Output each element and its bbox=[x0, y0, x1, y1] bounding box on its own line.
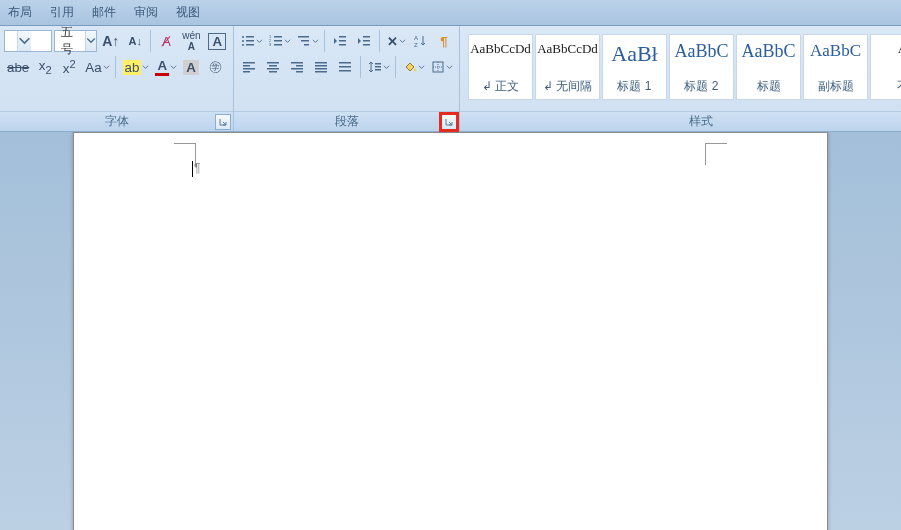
style-preview: AaBbC bbox=[810, 41, 861, 61]
borders-icon bbox=[431, 60, 445, 74]
numbering-icon: 123 bbox=[269, 34, 283, 48]
style-item-1[interactable]: AaBbCcDd↲ 无间隔 bbox=[535, 34, 600, 100]
group-label-styles: 样式 bbox=[689, 113, 713, 130]
justify-button[interactable] bbox=[310, 56, 332, 78]
style-name: 标题 1 bbox=[617, 78, 651, 95]
multilevel-list-button[interactable] bbox=[294, 30, 320, 52]
svg-rect-7 bbox=[274, 36, 282, 38]
svg-rect-27 bbox=[267, 62, 279, 64]
svg-rect-33 bbox=[291, 68, 303, 70]
style-item-4[interactable]: AaBbC标题 bbox=[736, 34, 801, 100]
svg-rect-34 bbox=[296, 71, 303, 73]
font-size-dropdown[interactable] bbox=[85, 31, 96, 51]
group-styles: AaBbCcDd↲ 正文AaBbCcDd↲ 无间隔AaBł标题 1AaBbC标题… bbox=[460, 26, 901, 131]
svg-rect-37 bbox=[315, 68, 327, 70]
svg-rect-16 bbox=[339, 40, 346, 42]
tab-references[interactable]: 引用 bbox=[50, 4, 74, 21]
character-shading-button[interactable]: A bbox=[180, 56, 202, 78]
line-spacing-button[interactable] bbox=[365, 56, 391, 78]
align-center-button[interactable] bbox=[262, 56, 284, 78]
svg-rect-13 bbox=[301, 40, 309, 42]
font-dialog-launcher[interactable] bbox=[215, 114, 231, 130]
increase-indent-button[interactable] bbox=[353, 30, 375, 52]
asian-layout-button[interactable]: ✕ bbox=[384, 30, 407, 52]
show-hide-marks-button[interactable]: ¶ bbox=[433, 30, 455, 52]
tab-mailings[interactable]: 邮件 bbox=[92, 4, 116, 21]
svg-rect-23 bbox=[243, 62, 255, 64]
svg-rect-44 bbox=[375, 69, 381, 71]
svg-rect-40 bbox=[339, 66, 351, 68]
tab-review[interactable]: 审阅 bbox=[134, 4, 158, 21]
borders-button[interactable] bbox=[428, 56, 454, 78]
text-cursor bbox=[192, 161, 193, 177]
pilcrow-icon: ¶ bbox=[440, 34, 447, 49]
align-right-button[interactable] bbox=[286, 56, 308, 78]
svg-rect-20 bbox=[363, 44, 370, 46]
highlight-button[interactable]: ab bbox=[120, 56, 151, 78]
svg-rect-41 bbox=[339, 70, 351, 72]
character-border-button[interactable]: A bbox=[206, 30, 230, 52]
svg-point-0 bbox=[242, 36, 244, 38]
style-item-0[interactable]: AaBbCcDd↲ 正文 bbox=[468, 34, 533, 100]
superscript-button[interactable]: x2 bbox=[58, 56, 80, 78]
shading-button[interactable] bbox=[400, 56, 426, 78]
style-item-3[interactable]: AaBbC标题 2 bbox=[669, 34, 734, 100]
subscript-button[interactable]: x2 bbox=[34, 56, 56, 78]
enclose-characters-button[interactable]: ㊫ bbox=[204, 56, 226, 78]
document-workspace bbox=[0, 132, 901, 530]
font-name-dropdown[interactable] bbox=[17, 31, 31, 51]
svg-point-2 bbox=[242, 40, 244, 42]
distribute-button[interactable] bbox=[334, 56, 356, 78]
svg-rect-18 bbox=[363, 36, 370, 38]
margin-corner-tr bbox=[705, 143, 727, 165]
style-item-6[interactable]: A不 bbox=[870, 34, 901, 100]
style-item-2[interactable]: AaBł标题 1 bbox=[602, 34, 667, 100]
change-case-button[interactable]: Aa bbox=[82, 56, 110, 78]
sort-button[interactable]: AZ bbox=[409, 30, 431, 52]
svg-rect-24 bbox=[243, 65, 250, 67]
svg-rect-35 bbox=[315, 62, 327, 64]
style-name: 标题 bbox=[757, 78, 781, 95]
clear-formatting-button[interactable]: A̸ bbox=[155, 30, 177, 52]
font-color-button[interactable]: A bbox=[152, 56, 178, 78]
align-left-button[interactable] bbox=[238, 56, 260, 78]
shrink-font-button[interactable]: A↓ bbox=[124, 30, 146, 52]
tab-view[interactable]: 视图 bbox=[176, 4, 200, 21]
svg-rect-1 bbox=[246, 36, 254, 38]
decrease-indent-button[interactable] bbox=[329, 30, 351, 52]
tab-layout[interactable]: 布局 bbox=[8, 4, 32, 21]
svg-rect-25 bbox=[243, 68, 255, 70]
style-preview: AaBł bbox=[611, 41, 657, 67]
svg-rect-11 bbox=[274, 44, 282, 46]
group-label-paragraph: 段落 bbox=[335, 113, 359, 130]
distribute-icon bbox=[338, 60, 352, 74]
phonetic-guide-button[interactable]: wénA bbox=[179, 30, 203, 52]
styles-gallery[interactable]: AaBbCcDd↲ 正文AaBbCcDd↲ 无间隔AaBł标题 1AaBbC标题… bbox=[464, 30, 901, 100]
svg-rect-32 bbox=[296, 65, 303, 67]
svg-rect-17 bbox=[339, 44, 346, 46]
bullets-button[interactable] bbox=[238, 30, 264, 52]
bullets-icon bbox=[241, 34, 255, 48]
style-name: 副标题 bbox=[818, 78, 854, 95]
svg-text:A: A bbox=[414, 35, 418, 41]
strikethrough-button[interactable]: abe bbox=[4, 56, 32, 78]
paragraph-dialog-launcher[interactable] bbox=[441, 114, 457, 130]
document-page[interactable] bbox=[73, 132, 828, 530]
line-spacing-icon bbox=[368, 60, 382, 74]
style-item-5[interactable]: AaBbC副标题 bbox=[803, 34, 868, 100]
bucket-icon bbox=[403, 60, 417, 74]
grow-font-button[interactable]: A↑ bbox=[99, 30, 122, 52]
group-font: 五号 A↑ A↓ A̸ wénA A abe x2 x2 Aa ab A A bbox=[0, 26, 234, 131]
numbering-button[interactable]: 123 bbox=[266, 30, 292, 52]
increase-indent-icon bbox=[357, 34, 371, 48]
separator bbox=[379, 30, 380, 52]
style-name: 标题 2 bbox=[684, 78, 718, 95]
font-size-combo[interactable]: 五号 bbox=[54, 30, 98, 52]
svg-rect-26 bbox=[243, 71, 250, 73]
align-left-icon bbox=[242, 60, 256, 74]
sort-icon: AZ bbox=[413, 34, 427, 48]
multilevel-icon bbox=[297, 34, 311, 48]
font-name-combo[interactable] bbox=[4, 30, 52, 52]
ribbon: 五号 A↑ A↓ A̸ wénA A abe x2 x2 Aa ab A A bbox=[0, 26, 901, 132]
svg-rect-9 bbox=[274, 40, 282, 42]
